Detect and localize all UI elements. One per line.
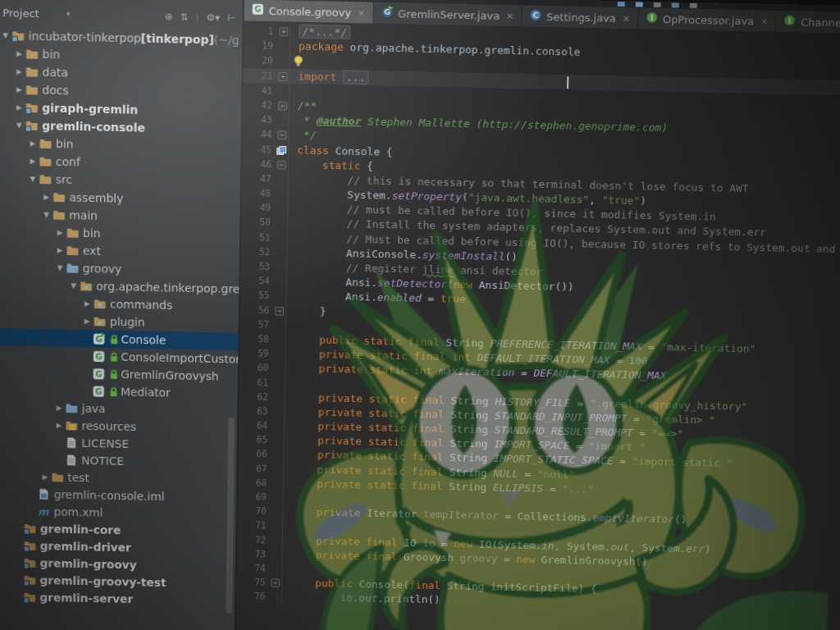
module-icon bbox=[23, 573, 37, 587]
chevron-down-icon[interactable]: ▼ bbox=[13, 121, 25, 130]
tab-settings-java[interactable]: CSettings.java× bbox=[522, 5, 638, 29]
fold-gutter bbox=[271, 547, 283, 562]
chevron-down-icon[interactable]: ▼ bbox=[41, 210, 52, 218]
fold-gutter bbox=[275, 244, 287, 259]
mini-toolbar-icon[interactable] bbox=[690, 3, 697, 8]
fold-gutter bbox=[271, 518, 283, 533]
tree-item-label: gremlin-driver bbox=[40, 540, 131, 555]
fold-gutter bbox=[272, 404, 285, 419]
folder-icon bbox=[66, 226, 80, 240]
chevron-right-icon[interactable]: ▶ bbox=[14, 67, 25, 75]
chevron-right-icon[interactable]: ▶ bbox=[13, 103, 25, 112]
chevron-right-icon[interactable]: ▶ bbox=[14, 49, 25, 57]
chevron-down-icon[interactable]: ▼ bbox=[54, 263, 66, 272]
close-icon[interactable]: × bbox=[358, 7, 365, 18]
line-number: 61 bbox=[240, 375, 274, 390]
chevron-right-icon[interactable]: ▶ bbox=[54, 228, 66, 236]
iml-icon bbox=[37, 488, 51, 501]
line-number: 72 bbox=[237, 532, 271, 547]
fold-marker-icon[interactable]: + bbox=[278, 71, 287, 80]
gclass-icon: G bbox=[93, 349, 107, 363]
chevron-right-icon[interactable]: ▶ bbox=[39, 472, 51, 481]
fold-gutter bbox=[272, 504, 284, 519]
fold-marker-icon[interactable]: − bbox=[278, 101, 287, 110]
mini-toolbar-icon[interactable] bbox=[636, 2, 643, 7]
line-number: 51 bbox=[241, 230, 276, 245]
fold-gutter: − bbox=[270, 576, 282, 591]
chevron-right-icon[interactable]: ▶ bbox=[41, 193, 52, 201]
svg-text:G: G bbox=[95, 369, 103, 379]
module-icon bbox=[23, 556, 37, 569]
chevron-down-icon[interactable]: ▾ bbox=[66, 10, 71, 18]
tree-item-label: main bbox=[69, 208, 98, 221]
tree-item-label: resources bbox=[81, 419, 136, 433]
fold-marker-icon[interactable]: + bbox=[279, 27, 288, 36]
svg-text:I: I bbox=[651, 13, 654, 22]
chevron-right-icon[interactable]: ▶ bbox=[53, 421, 65, 429]
settings-gear-icon[interactable]: ⚙▾ bbox=[206, 11, 220, 23]
close-icon[interactable]: × bbox=[623, 13, 631, 24]
tab-console-groovy[interactable]: GConsole.groovy× bbox=[244, 0, 374, 24]
chevron-right-icon[interactable]: ▶ bbox=[54, 246, 66, 254]
close-icon[interactable]: × bbox=[760, 16, 769, 26]
fold-gutter bbox=[272, 433, 285, 448]
package-icon bbox=[93, 315, 107, 328]
mini-toolbar-icon[interactable] bbox=[654, 2, 661, 7]
code-editor[interactable]: 1+/*...*/19package org.apache.tinkerpop.… bbox=[235, 21, 840, 630]
line-number: 54 bbox=[240, 273, 275, 289]
fold-gutter bbox=[275, 231, 287, 245]
fold-marker-icon[interactable]: − bbox=[277, 160, 286, 169]
tree-item-label: pom.xml bbox=[54, 505, 103, 519]
chevron-down-icon[interactable]: ▼ bbox=[68, 281, 80, 290]
chevron-right-icon[interactable]: ▶ bbox=[81, 299, 93, 308]
lock-icon bbox=[110, 351, 119, 362]
mini-toolbar-icon[interactable] bbox=[672, 2, 679, 7]
tree-item-label: src bbox=[56, 173, 72, 186]
tree-item-label: gremlin-core bbox=[40, 523, 121, 536]
chevron-down-icon[interactable]: ▼ bbox=[0, 31, 11, 39]
line-number: 62 bbox=[239, 389, 273, 404]
line-number: 56 bbox=[240, 303, 275, 318]
line-number: 74 bbox=[237, 561, 271, 576]
tab-opprocessor-java[interactable]: IOpProcessor.java× bbox=[638, 7, 777, 31]
fold-gutter bbox=[273, 390, 285, 404]
fold-marker-icon[interactable]: − bbox=[275, 306, 284, 315]
fold-gutter: − bbox=[274, 303, 286, 317]
file-icon bbox=[65, 436, 79, 450]
lock-icon bbox=[110, 334, 119, 345]
project-panel-title[interactable]: Project bbox=[2, 7, 39, 20]
fold-gutter: − bbox=[276, 127, 289, 142]
hide-panel-icon[interactable]: ⊢ bbox=[227, 11, 236, 23]
chevron-right-icon[interactable]: ▶ bbox=[13, 85, 25, 94]
folder-icon bbox=[39, 172, 52, 185]
resources-icon bbox=[65, 419, 79, 432]
folder-icon bbox=[52, 208, 66, 221]
tab-gremlinserver-java[interactable]: GGremlinServer.java× bbox=[373, 2, 523, 27]
chevron-right-icon[interactable]: ▶ bbox=[81, 317, 93, 325]
mini-toolbar-icon[interactable] bbox=[618, 2, 625, 7]
gclass-icon: G bbox=[93, 385, 107, 398]
tree-item-label: Console bbox=[121, 333, 166, 347]
chevron-down-icon[interactable]: ▼ bbox=[27, 175, 39, 183]
collapse-all-icon[interactable]: ⇅ bbox=[180, 11, 189, 22]
chevron-right-icon[interactable]: ▶ bbox=[27, 157, 39, 165]
editor-area: GConsole.groovy×GGremlinServer.java×CSet… bbox=[233, 0, 840, 630]
fold-marker-icon[interactable]: − bbox=[271, 578, 280, 587]
gclass-run-icon: G bbox=[93, 332, 107, 345]
module-icon bbox=[11, 29, 25, 42]
line-number: 59 bbox=[240, 346, 274, 361]
fold-gutter bbox=[273, 361, 285, 376]
tree-item-label: docs bbox=[42, 84, 68, 98]
toolbar-divider: | bbox=[196, 12, 199, 23]
tree-item-label: data bbox=[42, 66, 68, 80]
close-icon[interactable]: × bbox=[506, 11, 514, 21]
chevron-right-icon[interactable]: ▶ bbox=[27, 139, 39, 148]
module-icon bbox=[25, 119, 39, 132]
tree-item-label: java bbox=[82, 402, 106, 415]
fold-marker-icon[interactable]: − bbox=[277, 130, 286, 139]
fold-gutter bbox=[278, 53, 290, 68]
tab-channelizer-java[interactable]: IChannelizer.java× bbox=[776, 11, 840, 34]
folder-icon bbox=[25, 48, 39, 61]
locate-icon[interactable]: ⊕ bbox=[165, 11, 173, 22]
chevron-right-icon[interactable]: ▶ bbox=[53, 404, 65, 412]
